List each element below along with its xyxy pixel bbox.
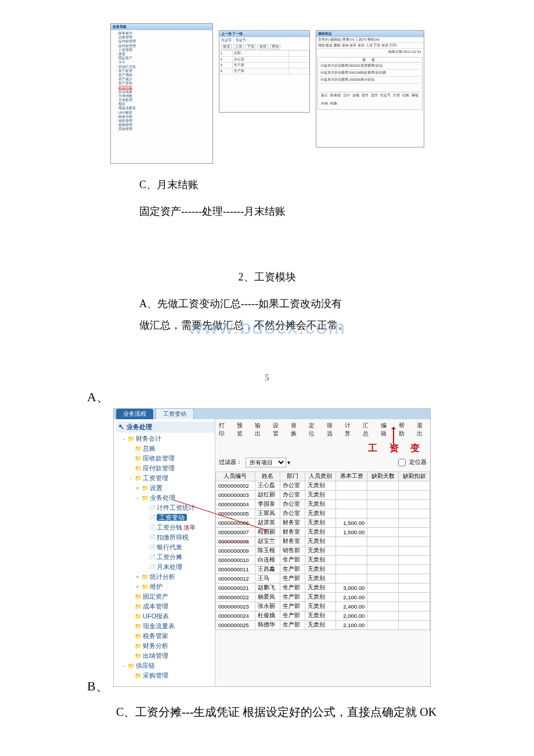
cell: 无类别 bbox=[305, 620, 336, 629]
column-header[interactable]: 姓名 bbox=[255, 471, 280, 481]
sidebar-item[interactable]: 总账 bbox=[117, 444, 215, 453]
sidebar-item[interactable]: +统计分析 bbox=[117, 572, 215, 582]
table-row[interactable]: 0000000010白连根生产部无类别 bbox=[216, 555, 430, 564]
table-row[interactable]: 0000000003赵红丽办公室无类别 bbox=[216, 490, 430, 499]
folder-icon bbox=[135, 455, 142, 462]
cell: 办公室 bbox=[280, 481, 305, 490]
table-row[interactable]: 0000000005王翠凤办公室无类别 bbox=[216, 509, 430, 518]
cell bbox=[367, 602, 399, 611]
cell bbox=[336, 481, 367, 490]
table-row[interactable]: 0000000004李国泰办公室无类别 bbox=[216, 499, 430, 509]
toolbar-button[interactable]: 打印 bbox=[219, 422, 229, 438]
sidebar-item[interactable]: 应付款管理 bbox=[117, 463, 215, 473]
table-row[interactable]: 0000000008赵宝兰财务室无类别 bbox=[216, 537, 430, 546]
toolbar: 打印预览输出设置替换定位筛选计算汇总编辑帮助退出 bbox=[215, 419, 430, 440]
screenshot-nav: 业务导航 · 财务会计· 总账管理· 应付款管理· 应付款管理· 工资管理· 设… bbox=[110, 23, 213, 164]
sidebar-item[interactable]: 计件工资统计 bbox=[117, 503, 215, 513]
column-header[interactable]: 缺勤扣款 bbox=[399, 471, 430, 481]
table-row[interactable]: 0000000002王心磊办公室无类别 bbox=[216, 481, 430, 490]
table-row[interactable]: 0000000022杨爱凤生产部无类别2,100.00 bbox=[216, 592, 430, 602]
table-row[interactable]: 0000000009陈玉根销售部无类别 bbox=[216, 546, 430, 555]
sidebar-item[interactable]: 现金流量表 bbox=[117, 621, 215, 631]
locator-checkbox[interactable]: 定位器 bbox=[396, 457, 427, 468]
toolbar-button[interactable]: 计算 bbox=[345, 422, 355, 438]
sidebar-item[interactable]: 工资分摊 bbox=[117, 552, 215, 562]
table-row[interactable]: 0000000007程丽丽财务室无类别1,500.00 bbox=[216, 527, 430, 537]
column-header[interactable]: 缺勤天数 bbox=[367, 471, 399, 481]
cell bbox=[399, 527, 430, 537]
cell: 张永丽 bbox=[255, 602, 280, 611]
sidebar-item[interactable]: 税务管家 bbox=[117, 631, 215, 641]
sidebar-item-label: 税务管家 bbox=[143, 632, 168, 639]
column-header[interactable]: 基本工资 bbox=[336, 471, 367, 481]
toolbar-button[interactable]: 替换 bbox=[291, 422, 301, 438]
sidebar-item[interactable]: +设置 bbox=[117, 483, 215, 493]
toolbar-button[interactable]: 设置 bbox=[273, 422, 283, 438]
main-title: 工 资 变 bbox=[215, 440, 430, 455]
column-header[interactable]: 部门 bbox=[280, 471, 305, 481]
toolbar-button[interactable]: 汇总 bbox=[363, 422, 373, 438]
toolbar-button[interactable]: 预览 bbox=[237, 422, 247, 438]
toolbar-button[interactable]: 筛选 bbox=[327, 422, 337, 438]
text-a-line2: 做汇总，需要先做汇总，不然分摊会不正常。 bbox=[139, 316, 534, 334]
sidebar-item[interactable]: 采购管理 bbox=[117, 671, 215, 681]
cell bbox=[399, 583, 430, 592]
sidebar-item[interactable]: 银行代发 bbox=[117, 542, 215, 552]
toolbar-button[interactable]: 退出 bbox=[417, 422, 427, 438]
toolbar-button[interactable]: 定位 bbox=[309, 422, 319, 438]
sidebar-item[interactable]: 扣缴所得税 bbox=[117, 532, 215, 542]
table-row[interactable]: 0000000011王昌鑫生产部无类别 bbox=[216, 564, 430, 574]
table-row[interactable]: 0000000023张永丽生产部无类别2,400.00 bbox=[216, 602, 430, 611]
table-row[interactable]: 0000000021赵鹏飞生产部无类别3,000.00 bbox=[216, 583, 430, 592]
locator-check-input[interactable] bbox=[398, 459, 406, 466]
column-header[interactable]: 人员类别 bbox=[305, 471, 336, 481]
sidebar-item[interactable]: 工资分钱清单 bbox=[117, 523, 215, 532]
cell: 赵鹏飞 bbox=[255, 583, 280, 592]
cell: 办公室 bbox=[280, 509, 305, 518]
toolbar-button[interactable]: 编辑 bbox=[381, 422, 391, 438]
toolbar-button[interactable]: 帮助 bbox=[399, 422, 409, 438]
sidebar-item[interactable]: -财务会计 bbox=[117, 434, 215, 444]
tab-workflow[interactable]: 业务流程 bbox=[116, 409, 153, 419]
grid-body: 0000000002王心磊办公室无类别0000000003赵红丽办公室无类别00… bbox=[216, 481, 430, 629]
sidebar-item[interactable]: -工资管理 bbox=[117, 473, 215, 483]
sidebar-item[interactable]: 出纳管理 bbox=[117, 651, 215, 661]
cell: 无类别 bbox=[305, 527, 336, 537]
sidebar-item-label: 银行代发 bbox=[157, 543, 182, 550]
folder-icon bbox=[135, 652, 142, 659]
sidebar-tree: -财务会计 总账 应收款管理 应付款管理-工资管理+设置-业务处理 计件工资统计… bbox=[116, 434, 215, 681]
table-row[interactable]: 0000000025韩德华生产部无类别2,100.00 bbox=[216, 620, 430, 629]
sidebar-item[interactable]: 成本管理 bbox=[117, 602, 215, 611]
column-header[interactable]: 人员编号 bbox=[216, 471, 255, 481]
cell bbox=[367, 611, 399, 620]
cell: 办公室 bbox=[280, 490, 305, 499]
dropdown-icon[interactable]: ▾ bbox=[287, 459, 290, 466]
sidebar-item[interactable]: 工资变动 bbox=[117, 513, 215, 523]
sidebar-item[interactable]: -供应链 bbox=[117, 661, 215, 671]
cell bbox=[367, 592, 399, 602]
sidebar-item[interactable]: -业务处理 bbox=[117, 493, 215, 503]
sidebar-item[interactable]: UFO报表 bbox=[117, 611, 215, 621]
cell: 0000000004 bbox=[216, 499, 255, 509]
tab-salary-change[interactable]: 工资变动 bbox=[156, 408, 194, 419]
sidebar-item[interactable]: +维护 bbox=[117, 582, 215, 592]
cell bbox=[367, 620, 399, 629]
folder-icon bbox=[135, 642, 142, 649]
cell bbox=[399, 620, 430, 629]
file-icon bbox=[149, 553, 156, 560]
sidebar-item[interactable]: 固定资产 bbox=[117, 592, 215, 602]
table-row[interactable]: 0000000012王马生产部无类别 bbox=[216, 574, 430, 583]
table-row[interactable]: 0000000024杜俊娥生产部无类别2,000.00 bbox=[216, 611, 430, 620]
sidebar-item[interactable]: 应收款管理 bbox=[117, 453, 215, 463]
sidebar-item-label: UFO报表 bbox=[143, 613, 169, 620]
sidebar-item[interactable]: 月末处理 bbox=[117, 562, 215, 572]
filter-select[interactable]: 所有项目 bbox=[246, 458, 286, 467]
cell: 无类别 bbox=[305, 518, 336, 527]
sidebar-item[interactable]: 财务分析 bbox=[117, 641, 215, 651]
cell: 2,100.00 bbox=[336, 620, 367, 629]
voucher-rows: 计提本月折旧费用 560201管理费用/折旧计提本月折旧费用 500104制造费… bbox=[320, 63, 420, 84]
cell: 赵宝兰 bbox=[255, 537, 280, 546]
table-row[interactable]: 0000000006赵湛英财务室无类别1,500.00 bbox=[216, 518, 430, 527]
cell: 1,500.00 bbox=[336, 518, 367, 527]
toolbar-button[interactable]: 输出 bbox=[255, 422, 265, 438]
